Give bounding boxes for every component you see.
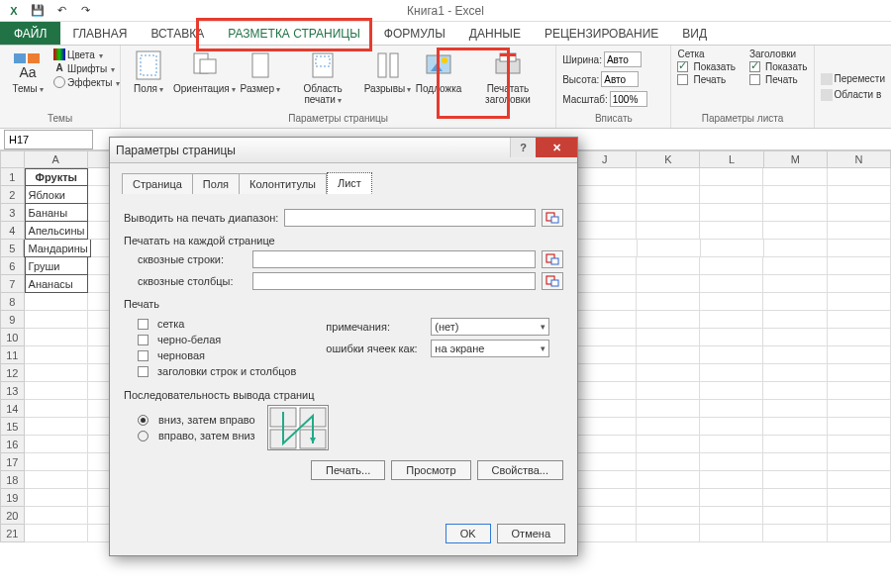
chk-draft[interactable]: черновая: [138, 349, 296, 361]
width-input[interactable]: [604, 51, 642, 67]
row-header[interactable]: 4: [0, 222, 25, 240]
theme-effects[interactable]: Эффекты: [53, 75, 120, 89]
cell[interactable]: [637, 204, 700, 222]
cell[interactable]: [572, 507, 636, 525]
cell[interactable]: [637, 346, 700, 364]
cell[interactable]: [763, 293, 827, 311]
cell[interactable]: [828, 240, 891, 257]
cell[interactable]: [763, 329, 827, 346]
tab-view[interactable]: ВИД: [670, 22, 719, 45]
radio-over-down[interactable]: вправо, затем вниз: [138, 430, 255, 441]
cell[interactable]: [572, 257, 636, 275]
cell[interactable]: [700, 329, 763, 346]
cell[interactable]: [763, 525, 827, 542]
cell[interactable]: [637, 489, 700, 507]
cell[interactable]: [763, 364, 827, 382]
orientation-button[interactable]: Ориентация: [174, 48, 235, 97]
cell[interactable]: [700, 453, 763, 471]
cell[interactable]: [763, 436, 827, 453]
cell[interactable]: [700, 257, 763, 275]
col-header[interactable]: M: [764, 150, 828, 168]
tab-data[interactable]: ДАННЫЕ: [457, 22, 533, 45]
row-header[interactable]: 18: [0, 471, 25, 489]
cell[interactable]: [25, 507, 88, 525]
cell[interactable]: [828, 222, 891, 240]
comments-select[interactable]: (нет): [431, 318, 549, 336]
cell[interactable]: [828, 293, 891, 311]
cell[interactable]: [637, 168, 700, 186]
row-header[interactable]: 11: [0, 346, 25, 364]
cell[interactable]: Яблоки: [25, 186, 88, 204]
cell[interactable]: [828, 418, 891, 436]
cell[interactable]: [637, 507, 700, 525]
row-header[interactable]: 16: [0, 436, 25, 453]
themes-button[interactable]: Aa Темы: [6, 48, 50, 97]
dialog-titlebar[interactable]: Параметры страницы ? ✕: [110, 138, 577, 163]
col-header[interactable]: K: [637, 150, 700, 168]
cell[interactable]: [700, 364, 763, 382]
save-icon[interactable]: 💾: [30, 3, 46, 19]
cell[interactable]: [828, 400, 891, 418]
dialog-close-button[interactable]: ✕: [536, 138, 577, 157]
cell[interactable]: [574, 240, 638, 257]
cell[interactable]: [763, 204, 827, 222]
cell[interactable]: [25, 525, 88, 542]
row-header[interactable]: 15: [0, 418, 25, 436]
headings-show[interactable]: Показать: [749, 60, 808, 73]
breaks-button[interactable]: Разрывы: [363, 48, 411, 97]
cell[interactable]: [638, 240, 701, 257]
undo-icon[interactable]: ↶: [53, 3, 69, 19]
cell[interactable]: [25, 400, 88, 418]
row-header[interactable]: 9: [0, 311, 25, 329]
cell[interactable]: Ананасы: [25, 275, 88, 293]
cell[interactable]: [700, 204, 763, 222]
row-header[interactable]: 20: [0, 507, 25, 525]
row-header[interactable]: 1: [0, 168, 25, 186]
dialog-tab-header[interactable]: Колонтитулы: [240, 173, 327, 194]
cell[interactable]: [572, 222, 636, 240]
dialog-help-button[interactable]: ?: [510, 138, 536, 157]
cell[interactable]: [700, 436, 763, 453]
cell[interactable]: [701, 240, 764, 257]
cell[interactable]: [700, 525, 763, 542]
cell[interactable]: [25, 418, 88, 436]
cell[interactable]: [700, 168, 763, 186]
row-header[interactable]: 19: [0, 489, 25, 507]
col-header[interactable]: A: [25, 150, 88, 168]
gridlines-print[interactable]: Печать: [677, 73, 736, 86]
cell[interactable]: [572, 471, 636, 489]
cell[interactable]: [637, 329, 700, 346]
cell[interactable]: [828, 525, 891, 542]
repeat-cols-input[interactable]: [252, 272, 536, 290]
cell[interactable]: [763, 186, 827, 204]
cell[interactable]: [700, 418, 763, 436]
cell[interactable]: Апельсины: [25, 222, 89, 240]
cell[interactable]: [25, 453, 88, 471]
cell[interactable]: [572, 186, 636, 204]
size-button[interactable]: Размер: [239, 48, 282, 97]
errors-select[interactable]: на экране: [431, 340, 549, 357]
cell[interactable]: [700, 311, 763, 329]
dialog-tab-sheet[interactable]: Лист: [327, 172, 372, 194]
chk-headings[interactable]: заголовки строк и столбцов: [138, 365, 296, 377]
cell[interactable]: [25, 346, 88, 364]
cell[interactable]: [572, 293, 636, 311]
cell[interactable]: [700, 222, 763, 240]
cell[interactable]: [637, 436, 700, 453]
row-header[interactable]: 12: [0, 364, 25, 382]
cell[interactable]: [763, 275, 827, 293]
cell[interactable]: [828, 329, 891, 346]
cell[interactable]: [828, 186, 891, 204]
cell[interactable]: [572, 311, 636, 329]
cell[interactable]: [828, 436, 891, 453]
cell[interactable]: Фрукты: [25, 168, 88, 186]
cell[interactable]: [637, 311, 700, 329]
cell[interactable]: [572, 382, 636, 400]
cell[interactable]: [828, 364, 891, 382]
range-picker-button[interactable]: [542, 209, 563, 227]
cell[interactable]: [828, 489, 891, 507]
cell[interactable]: [763, 471, 827, 489]
cell[interactable]: [572, 168, 636, 186]
select-all-corner[interactable]: [0, 150, 25, 168]
cell[interactable]: [25, 364, 88, 382]
